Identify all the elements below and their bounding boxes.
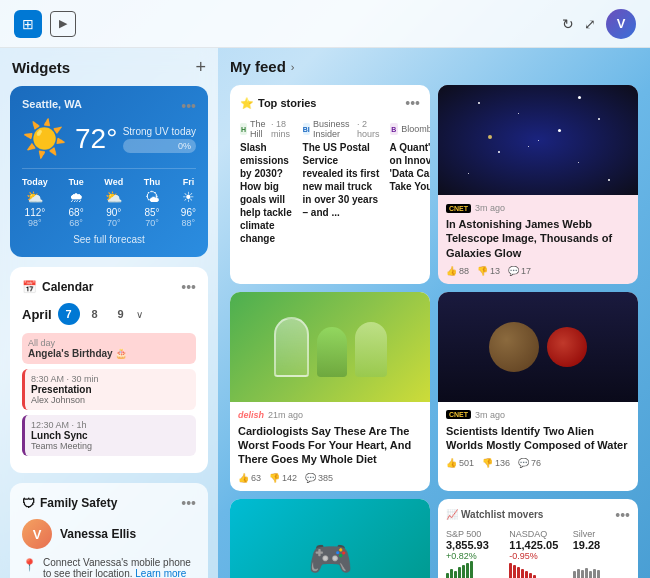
story-hill[interactable]: H The Hill · 18 mins Slash emissions by … [240,119,293,245]
widgets-panel: Widgets + Seattle, WA ••• ☀️ 72° Strong … [0,48,218,578]
feed-grid: ⭐ Top stories ••• H The Hill · 18 mins [230,85,638,578]
top-bar-right: ↻ ⤢ V [562,9,636,39]
weather-temp-row: ☀️ 72° [22,118,117,160]
delish-title: Cardiologists Say These Are The Worst Fo… [238,424,422,467]
forecast-tue: Tue 🌧 68° 68° [68,177,83,228]
likes: 👍 63 [238,473,261,483]
calendar-month: April [22,307,52,322]
location-icon: 📍 [22,558,37,572]
weather-top: ☀️ 72° Strong UV today 0% [22,118,196,160]
feed-header: My feed › [230,58,638,75]
calendar-day-7[interactable]: 7 [58,303,80,325]
family-safety-widget: 🛡 Family Safety ••• V Vanessa Ellis 📍 Co… [10,483,208,578]
star-icon: ⭐ [240,97,254,110]
calendar-event-birthday[interactable]: All day Angela's Birthday 🎂 [22,333,196,364]
cnet-logo-2: CNET [446,410,471,419]
watchlist-title: 📈 Watchlist movers [446,509,543,520]
verge-image: 🎮 [230,499,430,578]
thumbs-up-icon: 👍 [238,473,249,483]
weather-uv-badge: 0% [123,139,196,153]
weather-sun-icon: ☀️ [22,118,67,160]
star-5 [578,162,579,163]
story-bi[interactable]: BI Business Insider · 2 hours The US Pos… [303,119,380,245]
main-area: Widgets + Seattle, WA ••• ☀️ 72° Strong … [0,48,650,578]
stock-row: S&P 500 3,855.93 +0.82% [446,529,630,578]
dislikes: 👎 142 [269,473,297,483]
calendar-day-9[interactable]: 9 [110,303,132,325]
calendar-event-presentation[interactable]: 8:30 AM · 30 min Presentation Alex Johns… [22,369,196,410]
widgets-title: Widgets [12,59,70,76]
story-bloomberg[interactable]: B Bloomberg · 3 mins A Quant's Take on I… [390,119,430,245]
refresh-button[interactable]: ↻ [562,16,574,32]
learn-more-link[interactable]: Learn more [135,568,186,578]
scientists-body: CNET 3m ago Scientists Identify Two Alie… [438,402,638,477]
star-10 [608,179,610,181]
person-avatar: V [22,519,52,549]
cnet-galaxies-body: CNET 3m ago In Astonishing James Webb Te… [438,195,638,284]
feed-panel: My feed › ⭐ Top stories ••• [218,48,650,578]
family-action-location: 📍 Connect Vanessa's mobile phone to see … [22,557,196,578]
calendar-more-button[interactable]: ••• [181,279,196,295]
expand-button[interactable]: ⤢ [584,16,596,32]
galaxy-center [488,135,492,139]
family-more-button[interactable]: ••• [181,495,196,511]
weather-more-button[interactable]: ••• [181,98,196,114]
calendar-expand-chevron[interactable]: ∨ [136,309,143,320]
top-bar-left: ⊞ ▶ [14,10,76,38]
weather-forecast: Today ⛅ 112° 98° Tue 🌧 68° 68° Wed ⛅ 90°… [22,168,196,228]
see-forecast-link[interactable]: See full forecast [22,234,196,245]
chart-icon: 📈 [446,509,458,520]
family-safety-title: 🛡 Family Safety [22,496,117,511]
planet-1 [489,322,539,372]
star-6 [598,118,600,120]
home-button[interactable]: ⊞ [14,10,42,38]
video-button[interactable]: ▶ [50,11,76,37]
thumbs-up-icon: 👍 [446,266,457,276]
user-avatar[interactable]: V [606,9,636,39]
dislikes-count: 👎 13 [477,266,500,276]
calendar-day-pills: 7 8 9 ∨ [58,303,143,325]
thumbs-down-icon: 👎 [482,458,493,468]
scientists-card[interactable]: CNET 3m ago Scientists Identify Two Alie… [438,292,638,491]
right-bottom-col: 📈 Watchlist movers ••• S&P 500 3,855.93 … [438,499,638,578]
scientists-image [438,292,638,402]
smoothie-cup-3 [355,322,387,377]
feed-chevron-icon: › [291,61,295,73]
forecast-thu: Thu 🌤 85° 70° [144,177,161,228]
bi-source-icon: BI [303,123,310,135]
top-stories-grid: H The Hill · 18 mins Slash emissions by … [240,119,420,245]
scientists-title: Scientists Identify Two Alien Worlds Mos… [446,424,630,453]
cnet-logo: CNET [446,204,471,213]
calendar-month-row: April 7 8 9 ∨ [22,303,196,325]
feed-title[interactable]: My feed [230,58,286,75]
delish-card[interactable]: delish 21m ago Cardiologists Say These A… [230,292,430,491]
star-8 [578,96,581,99]
comment-icon: 💬 [305,473,316,483]
comment-icon: 💬 [508,266,519,276]
dislikes: 👎 136 [482,458,510,468]
delish-reactions: 👍 63 👎 142 💬 385 [238,473,422,483]
top-stories-label: ⭐ Top stories [240,97,316,110]
weather-uv: Strong UV today 0% [123,126,196,153]
video-icon: ▶ [59,17,67,30]
watchlist-card: 📈 Watchlist movers ••• S&P 500 3,855.93 … [438,499,638,578]
star-7 [538,140,539,141]
thumbs-down-icon: 👎 [269,473,280,483]
watchlist-header: 📈 Watchlist movers ••• [446,507,630,523]
calendar-day-8[interactable]: 8 [84,303,106,325]
planet-2 [547,327,587,367]
forecast-wed: Wed ⛅ 90° 70° [104,177,123,228]
shield-icon: 🛡 [22,496,35,511]
cnet-galaxies-title: In Astonishing James Webb Telescope Imag… [446,217,630,260]
stars-background [438,85,638,195]
add-widget-button[interactable]: + [195,58,206,76]
cnet-galaxies-card[interactable]: CNET 3m ago In Astonishing James Webb Te… [438,85,638,284]
watchlist-more[interactable]: ••• [615,507,630,523]
verge-card[interactable]: 🎮 THE VERGE 4 hours ago The best video g… [230,499,430,578]
star-2 [518,113,519,114]
calendar-event-lunch[interactable]: 12:30 AM · 1h Lunch Sync Teams Meeting [22,415,196,456]
forecast-today: Today ⛅ 112° 98° [22,177,48,228]
stock-sp500: S&P 500 3,855.93 +0.82% [446,529,503,578]
calendar-icon: 📅 [22,280,37,294]
top-stories-more[interactable]: ••• [405,95,420,111]
